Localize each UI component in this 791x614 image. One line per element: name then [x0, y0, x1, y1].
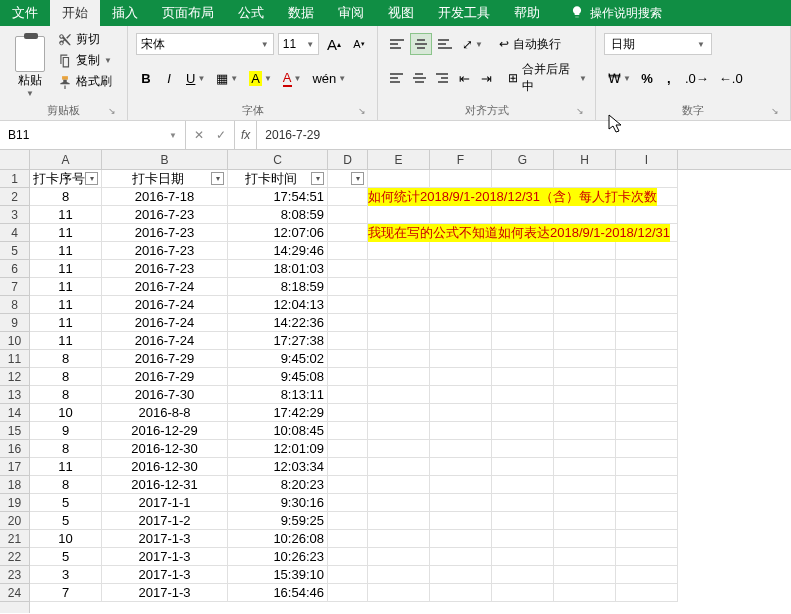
cell[interactable]	[328, 368, 368, 386]
row-header[interactable]: 21	[0, 530, 29, 548]
cell[interactable]	[492, 440, 554, 458]
cell[interactable]	[430, 566, 492, 584]
cell[interactable]	[368, 278, 430, 296]
filter-button[interactable]: ▾	[351, 172, 364, 185]
wrap-text-button[interactable]: ↩ 自动换行	[499, 36, 561, 53]
align-bottom-button[interactable]	[434, 33, 456, 55]
cell[interactable]	[430, 260, 492, 278]
cell[interactable]: 11	[30, 332, 102, 350]
cell[interactable]: 8	[30, 188, 102, 206]
cell[interactable]	[430, 476, 492, 494]
cell[interactable]: 2016-12-29	[102, 422, 228, 440]
cell[interactable]	[492, 206, 554, 224]
cell[interactable]: 2016-12-30	[102, 458, 228, 476]
cell[interactable]: 2017-1-2	[102, 512, 228, 530]
cell[interactable]	[328, 512, 368, 530]
cell[interactable]	[492, 278, 554, 296]
cell[interactable]	[616, 584, 678, 602]
confirm-formula-button[interactable]: ✓	[216, 128, 226, 142]
increase-decimal-button[interactable]: .0→	[681, 67, 713, 89]
cell[interactable]	[368, 422, 430, 440]
cell[interactable]	[328, 584, 368, 602]
cell[interactable]	[554, 512, 616, 530]
row-header[interactable]: 3	[0, 206, 29, 224]
cell[interactable]: 8	[30, 350, 102, 368]
cell[interactable]: 3	[30, 566, 102, 584]
col-header-B[interactable]: B	[102, 150, 228, 169]
row-header[interactable]: 19	[0, 494, 29, 512]
copy-button[interactable]: 复制 ▼	[58, 51, 112, 70]
row-header[interactable]: 6	[0, 260, 29, 278]
cell[interactable]: 2016-7-24	[102, 278, 228, 296]
cell[interactable]: ▾	[328, 170, 368, 188]
decrease-decimal-button[interactable]: ←.0	[715, 67, 747, 89]
select-all-corner[interactable]	[0, 150, 30, 170]
cell[interactable]: 8	[30, 476, 102, 494]
cell[interactable]: 2016-7-23	[102, 224, 228, 242]
paste-button[interactable]: 粘贴 ▼	[8, 30, 52, 98]
cell[interactable]	[430, 206, 492, 224]
cell[interactable]: 打卡日期▾	[102, 170, 228, 188]
cell[interactable]	[368, 242, 430, 260]
row-header[interactable]: 24	[0, 584, 29, 602]
cell[interactable]	[554, 458, 616, 476]
row-header[interactable]: 16	[0, 440, 29, 458]
cell[interactable]	[554, 278, 616, 296]
cell[interactable]: 11	[30, 206, 102, 224]
number-format-select[interactable]: 日期 ▼	[604, 33, 712, 55]
tab-view[interactable]: 视图	[376, 0, 426, 26]
row-header[interactable]: 7	[0, 278, 29, 296]
cell[interactable]	[616, 548, 678, 566]
cell[interactable]	[328, 260, 368, 278]
cell[interactable]	[616, 458, 678, 476]
cell[interactable]	[554, 548, 616, 566]
row-header[interactable]: 23	[0, 566, 29, 584]
cell[interactable]	[616, 494, 678, 512]
cell[interactable]: 2016-7-23	[102, 206, 228, 224]
cell[interactable]: 8	[30, 440, 102, 458]
row-header[interactable]: 11	[0, 350, 29, 368]
percent-button[interactable]: %	[637, 67, 657, 89]
cell[interactable]: 5	[30, 548, 102, 566]
cell[interactable]	[492, 368, 554, 386]
cell[interactable]	[328, 494, 368, 512]
orientation-button[interactable]: ⤢▼	[458, 33, 487, 55]
col-header-D[interactable]: D	[328, 150, 368, 169]
cell[interactable]	[430, 314, 492, 332]
cell[interactable]	[554, 386, 616, 404]
cell[interactable]	[368, 566, 430, 584]
cell[interactable]	[554, 314, 616, 332]
cut-button[interactable]: 剪切	[58, 30, 112, 49]
align-center-button[interactable]	[409, 67, 430, 89]
cell[interactable]: 2017-1-3	[102, 566, 228, 584]
cell[interactable]: 2017-1-3	[102, 530, 228, 548]
filter-button[interactable]: ▾	[311, 172, 324, 185]
tab-developer[interactable]: 开发工具	[426, 0, 502, 26]
col-header-E[interactable]: E	[368, 150, 430, 169]
cell[interactable]: 15:39:10	[228, 566, 328, 584]
cell[interactable]: 2016-7-23	[102, 260, 228, 278]
cell[interactable]: 10:08:45	[228, 422, 328, 440]
cell[interactable]	[430, 512, 492, 530]
cell[interactable]: 8:08:59	[228, 206, 328, 224]
cell[interactable]	[328, 350, 368, 368]
cell[interactable]	[328, 386, 368, 404]
cell[interactable]	[368, 170, 430, 188]
cell[interactable]: 2016-12-31	[102, 476, 228, 494]
cell[interactable]	[492, 260, 554, 278]
tab-file[interactable]: 文件	[0, 0, 50, 26]
cell[interactable]	[368, 296, 430, 314]
cell[interactable]	[430, 404, 492, 422]
cell[interactable]	[616, 296, 678, 314]
cell[interactable]	[492, 566, 554, 584]
cell[interactable]: 12:03:34	[228, 458, 328, 476]
row-header[interactable]: 1	[0, 170, 29, 188]
cell[interactable]	[616, 206, 678, 224]
cell[interactable]	[616, 404, 678, 422]
cell[interactable]	[430, 458, 492, 476]
cell[interactable]	[492, 458, 554, 476]
cell[interactable]	[328, 422, 368, 440]
cell[interactable]: 10:26:08	[228, 530, 328, 548]
row-header[interactable]: 9	[0, 314, 29, 332]
cancel-formula-button[interactable]: ✕	[194, 128, 204, 142]
